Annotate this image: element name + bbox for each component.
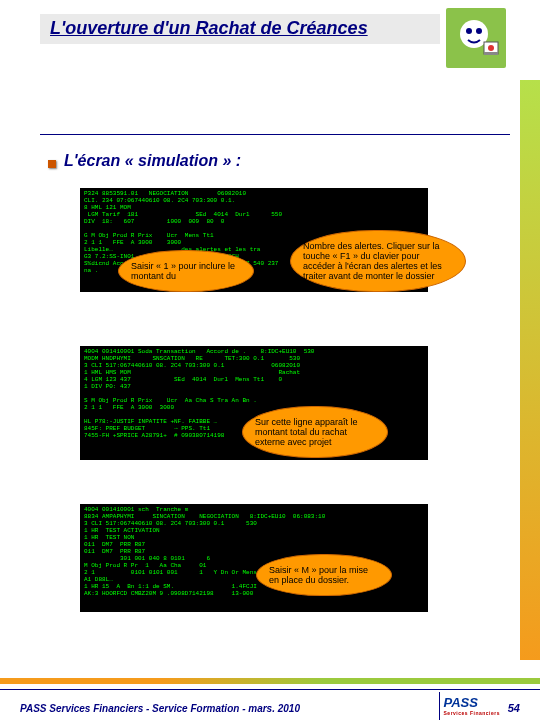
page-number: 54 [508, 702, 520, 714]
side-gradient-bar [520, 80, 540, 660]
logo-text: PASS [444, 695, 478, 710]
terminal-screenshot-3: 4004 001410001 sch Tranche m 8834 AMPAPH… [80, 504, 428, 612]
footer-gradient-bar [0, 678, 540, 684]
svg-point-2 [476, 28, 482, 34]
brand-logo: PASS Services Financiers [444, 695, 500, 716]
callout-input-1: Saisir « 1 » pour inclure le montant du [118, 250, 254, 292]
svg-point-5 [488, 45, 494, 51]
footer-text: PASS Services Financiers - Service Forma… [20, 703, 300, 714]
callout-input-m: Saisir « M » pour la mise en place du do… [256, 554, 392, 596]
bullet-icon [48, 160, 56, 168]
callout-alerts: Nombre des alertes. Cliquer sur la touch… [290, 230, 466, 292]
logo-subtext: Services Financiers [444, 710, 500, 716]
callout-total-line: Sur cette ligne apparaît le montant tota… [242, 406, 388, 458]
footer-divider [439, 692, 440, 720]
page-title: L'ouverture d'un Rachat de Créances [50, 18, 368, 39]
horizontal-rule [40, 134, 510, 135]
mascot-icon [446, 8, 506, 68]
footer-line [0, 689, 540, 690]
svg-point-1 [466, 28, 472, 34]
svg-rect-4 [484, 52, 498, 55]
section-subtitle: L'écran « simulation » : [64, 152, 241, 170]
